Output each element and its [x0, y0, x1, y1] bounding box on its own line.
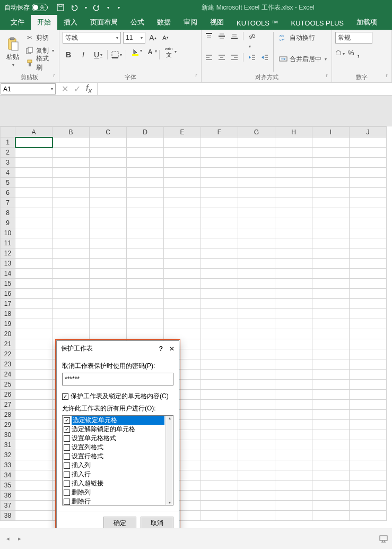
merge-center-button[interactable]: 合并后居中▾: [278, 53, 328, 65]
cell-J37[interactable]: [350, 501, 387, 511]
cell-I1[interactable]: [312, 138, 350, 148]
cell-B15[interactable]: [53, 279, 90, 289]
cell-J26[interactable]: [350, 390, 387, 400]
cell-F14[interactable]: [201, 269, 238, 279]
cell-J17[interactable]: [350, 299, 387, 309]
row-header-17[interactable]: 17: [1, 299, 15, 309]
tab-开始[interactable]: 开始: [31, 15, 57, 30]
row-header-24[interactable]: 24: [1, 370, 15, 380]
cell-H32[interactable]: [275, 450, 312, 460]
row-header-20[interactable]: 20: [1, 329, 15, 339]
cell-B7[interactable]: [53, 198, 90, 208]
cell-C18[interactable]: [90, 309, 127, 319]
cell-C5[interactable]: [90, 178, 127, 188]
cell-F34[interactable]: [201, 470, 238, 481]
align-middle-icon[interactable]: [217, 32, 226, 50]
cell-J8[interactable]: [350, 208, 387, 218]
permission-item[interactable]: 插入行: [63, 470, 165, 479]
row-header-7[interactable]: 7: [1, 198, 15, 208]
cell-G21[interactable]: [238, 339, 275, 349]
currency-icon[interactable]: ☖▾: [335, 49, 345, 58]
cell-H23[interactable]: [275, 359, 312, 370]
cell-H26[interactable]: [275, 390, 312, 400]
cell-G10[interactable]: [238, 228, 275, 238]
cell-G8[interactable]: [238, 208, 275, 218]
cell-A34[interactable]: [15, 470, 53, 481]
cell-E12[interactable]: [164, 248, 201, 259]
cell-H31[interactable]: [275, 440, 312, 450]
cell-F30[interactable]: [201, 430, 238, 440]
cell-J36[interactable]: [350, 491, 387, 501]
cell-J6[interactable]: [350, 188, 387, 198]
cell-A6[interactable]: [15, 188, 53, 198]
col-header-H[interactable]: H: [275, 127, 312, 138]
cell-E6[interactable]: [164, 188, 201, 198]
cell-F2[interactable]: [201, 148, 238, 158]
cell-C16[interactable]: [90, 289, 127, 299]
cell-B3[interactable]: [53, 158, 90, 168]
underline-button[interactable]: U▾: [92, 49, 104, 61]
cell-H14[interactable]: [275, 269, 312, 279]
cell-G24[interactable]: [238, 370, 275, 380]
row-header-29[interactable]: 29: [1, 420, 15, 430]
cell-H36[interactable]: [275, 491, 312, 501]
cell-I29[interactable]: [312, 420, 350, 430]
cell-A29[interactable]: [15, 420, 53, 430]
row-header-23[interactable]: 23: [1, 359, 15, 370]
cell-J5[interactable]: [350, 178, 387, 188]
decrease-indent-icon[interactable]: [248, 53, 256, 62]
cell-A12[interactable]: [15, 248, 53, 259]
cell-I19[interactable]: [312, 319, 350, 329]
cell-B2[interactable]: [53, 148, 90, 158]
col-header-J[interactable]: J: [350, 127, 387, 138]
fill-color-button[interactable]: ▾: [129, 49, 141, 61]
permission-item[interactable]: 删除列: [63, 488, 165, 497]
cell-C10[interactable]: [90, 228, 127, 238]
cell-G31[interactable]: [238, 440, 275, 450]
cell-I5[interactable]: [312, 178, 350, 188]
cell-J28[interactable]: [350, 410, 387, 420]
tab-文件[interactable]: 文件: [4, 15, 31, 30]
cell-I16[interactable]: [312, 289, 350, 299]
cell-E19[interactable]: [164, 319, 201, 329]
cell-G5[interactable]: [238, 178, 275, 188]
cell-G6[interactable]: [238, 188, 275, 198]
cell-F37[interactable]: [201, 501, 238, 511]
cell-B17[interactable]: [53, 299, 90, 309]
row-header-38[interactable]: 38: [1, 511, 15, 521]
row-header-25[interactable]: 25: [1, 380, 15, 390]
cell-C1[interactable]: [90, 138, 127, 148]
cell-E10[interactable]: [164, 228, 201, 238]
cell-F24[interactable]: [201, 370, 238, 380]
cell-E15[interactable]: [164, 279, 201, 289]
cell-D11[interactable]: [127, 238, 164, 248]
row-header-33[interactable]: 33: [1, 460, 15, 470]
cell-H22[interactable]: [275, 349, 312, 359]
cell-H24[interactable]: [275, 370, 312, 380]
cell-J14[interactable]: [350, 269, 387, 279]
cell-C8[interactable]: [90, 208, 127, 218]
cell-I14[interactable]: [312, 269, 350, 279]
cell-G1[interactable]: [238, 138, 275, 148]
cell-G29[interactable]: [238, 420, 275, 430]
cell-G2[interactable]: [238, 148, 275, 158]
align-center-icon[interactable]: [217, 53, 226, 62]
cell-G7[interactable]: [238, 198, 275, 208]
cell-J22[interactable]: [350, 349, 387, 359]
cell-A33[interactable]: [15, 460, 53, 470]
name-box[interactable]: A1▾: [1, 83, 56, 95]
cell-F32[interactable]: [201, 450, 238, 460]
cell-G22[interactable]: [238, 349, 275, 359]
row-header-32[interactable]: 32: [1, 450, 15, 460]
cell-A28[interactable]: [15, 410, 53, 420]
cell-F31[interactable]: [201, 440, 238, 450]
cell-E18[interactable]: [164, 309, 201, 319]
row-header-14[interactable]: 14: [1, 269, 15, 279]
cell-A9[interactable]: [15, 218, 53, 228]
cell-D18[interactable]: [127, 309, 164, 319]
cell-E17[interactable]: [164, 299, 201, 309]
enter-formula-icon[interactable]: ✓: [74, 84, 81, 94]
cell-E7[interactable]: [164, 198, 201, 208]
cell-H5[interactable]: [275, 178, 312, 188]
cell-E4[interactable]: [164, 168, 201, 178]
